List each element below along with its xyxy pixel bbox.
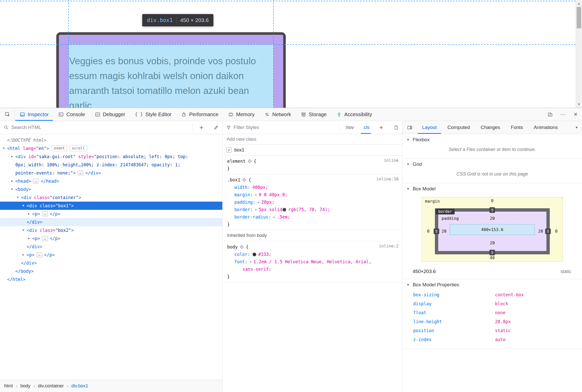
body-node[interactable]: ▼<body> xyxy=(0,185,222,193)
breadcrumb-item-container[interactable]: div.container xyxy=(38,383,64,389)
twisty-icon[interactable]: ▼ xyxy=(20,202,26,210)
container-node[interactable]: ▼<div class="container"> xyxy=(0,193,222,202)
box1-closing-tag[interactable]: </div> xyxy=(0,218,222,226)
class-checkbox[interactable]: ✓ xyxy=(226,147,232,153)
box2-node[interactable]: ▼<div class="box2"> xyxy=(0,226,222,234)
margin-bottom-value[interactable]: 40 xyxy=(422,255,563,260)
padding-top-value[interactable]: 20 xyxy=(438,216,546,221)
add-node-button[interactable]: + xyxy=(195,121,207,134)
declaration-font[interactable]: font:▶1.2em / 1.5 Helvetica Neue, Helvet… xyxy=(223,258,402,266)
margin-top-value[interactable]: 0 xyxy=(422,198,563,203)
event-badge[interactable]: event xyxy=(52,145,67,151)
twisty-icon[interactable]: ▼ xyxy=(1,144,7,153)
declaration-padding[interactable]: padding:▶20px; xyxy=(223,199,402,206)
search-html-input[interactable] xyxy=(11,125,190,130)
all-tabs-dropdown-button[interactable]: ▾ xyxy=(571,121,582,134)
tab-debugger[interactable]: Debugger xyxy=(90,108,130,121)
padding-right-value[interactable]: 20 xyxy=(535,229,546,234)
p-node[interactable]: ▶<p>…</p> xyxy=(0,234,222,243)
breadcrumb-item-box1[interactable]: div.box1 xyxy=(71,383,88,389)
margin-right-value[interactable]: 0 xyxy=(550,229,563,234)
border-top-value[interactable]: 5 xyxy=(489,207,495,213)
p-node[interactable]: ▶<p>…</p> xyxy=(0,210,222,218)
tab-animations[interactable]: Animations xyxy=(528,121,558,134)
grid-section-header[interactable]: ▼ Grid xyxy=(402,159,582,169)
expand-icon[interactable]: ▶ xyxy=(273,213,275,221)
head-node[interactable]: ▶<head>…</head> xyxy=(0,177,222,185)
box1-node-selected[interactable]: ▼<div class="box1"> xyxy=(0,202,222,210)
page-scrollbar[interactable]: ▲ ▼ xyxy=(576,0,582,108)
twisty-icon[interactable]: ▶ xyxy=(26,210,32,218)
saka-gui-root-node-wrap[interactable]: 0px; width: 100%; height…100%; z-index: … xyxy=(0,161,222,169)
tab-fonts[interactable]: Fonts xyxy=(506,121,529,134)
rule-source-link[interactable]: inline:16 xyxy=(376,177,399,181)
color-swatch[interactable] xyxy=(282,208,286,212)
scroll-badge[interactable]: scroll xyxy=(70,145,87,151)
add-new-class-input[interactable] xyxy=(227,137,398,142)
collapsed-content-ellipsis[interactable]: … xyxy=(33,179,39,184)
devtools-menu-button[interactable]: ⋯ xyxy=(556,108,569,121)
twisty-icon[interactable]: ▼ xyxy=(15,193,20,202)
twisty-icon[interactable]: ▼ xyxy=(20,226,26,234)
collapsed-content-ellipsis[interactable]: … xyxy=(42,211,48,216)
rule-header[interactable]: .box1{ xyxy=(223,176,402,184)
rule-source-link[interactable]: inline:2 xyxy=(379,244,399,248)
declaration-font-continued[interactable]: sans-serif; xyxy=(223,266,402,273)
margin-left-value[interactable]: 0 xyxy=(422,229,435,234)
twisty-icon[interactable]: ▶ xyxy=(9,177,15,185)
pick-element-button[interactable] xyxy=(0,108,15,121)
declaration-border-radius[interactable]: border-radius:▶.5em; xyxy=(223,213,402,221)
collapsed-content-ellipsis[interactable]: … xyxy=(77,170,83,176)
add-rule-button[interactable]: + xyxy=(375,121,387,134)
flexbox-section-header[interactable]: ▼ Flexbox xyxy=(402,134,582,145)
tab-computed[interactable]: Computed xyxy=(442,121,475,134)
declaration-border[interactable]: border:▶5px solidrgb(75, 70, 74); xyxy=(223,206,402,213)
selector-highlighter-icon[interactable] xyxy=(248,159,252,163)
responsive-design-mode-button[interactable] xyxy=(544,108,556,121)
expand-icon[interactable]: ▶ xyxy=(255,191,257,199)
close-devtools-button[interactable]: ✕ xyxy=(569,108,582,121)
border-left-value[interactable]: 5 xyxy=(434,228,439,234)
tab-changes[interactable]: Changes xyxy=(475,121,506,134)
collapsed-content-ellipsis[interactable]: … xyxy=(36,252,42,257)
tab-storage[interactable]: Storage xyxy=(296,108,332,121)
html-closing-tag[interactable]: </html> xyxy=(0,275,222,284)
rule-header[interactable]: body{ xyxy=(223,243,402,251)
twisty-icon[interactable]: ▶ xyxy=(26,234,32,243)
twisty-icon[interactable]: ▼ xyxy=(9,185,15,193)
doctype-node[interactable]: <!DOCTYPE html> xyxy=(0,136,222,144)
tab-performance[interactable]: Performance xyxy=(176,108,223,121)
html-node[interactable]: ▼<html lang="en">eventscroll xyxy=(0,144,222,153)
expand-icon[interactable]: ▶ xyxy=(250,258,252,266)
p-node[interactable]: ▶<p>…</p> xyxy=(0,251,222,259)
body-closing-tag[interactable]: </body> xyxy=(0,267,222,275)
scrollbar-thumb[interactable] xyxy=(577,7,581,28)
twisty-icon[interactable]: ▶ xyxy=(9,153,15,161)
padding-bottom-value[interactable]: 20 xyxy=(438,241,546,245)
content-region[interactable]: 400×153.6 xyxy=(450,224,535,235)
scroll-down-arrow-icon[interactable]: ▼ xyxy=(576,101,582,107)
saka-gui-root-node-wrap[interactable]: pointer-events: none;">…</div> xyxy=(0,169,222,177)
tab-inspector[interactable]: Inspector xyxy=(15,108,53,121)
selector-highlighter-icon[interactable] xyxy=(242,178,246,182)
tab-style-editor[interactable]: { } Style Editor xyxy=(130,108,177,121)
box-model-section-header[interactable]: ▼ Box Model xyxy=(402,183,582,194)
print-media-simulation-button[interactable] xyxy=(390,121,402,134)
tab-console[interactable]: Console xyxy=(53,108,90,121)
scroll-up-arrow-icon[interactable]: ▲ xyxy=(576,1,582,7)
tab-network[interactable]: Network xyxy=(259,108,296,121)
container-closing-tag[interactable]: </div> xyxy=(0,259,222,267)
border-right-value[interactable]: 5 xyxy=(545,228,551,234)
box2-closing-tag[interactable]: </div> xyxy=(0,243,222,251)
breadcrumb-item-html[interactable]: html xyxy=(4,383,13,389)
box-model-properties-header[interactable]: ▼ Box Model Properties xyxy=(402,279,582,290)
rule-header[interactable]: element{ xyxy=(223,158,402,165)
declaration-color[interactable]: color:#333; xyxy=(223,251,402,258)
breadcrumb-item-body[interactable]: body xyxy=(20,383,30,389)
toggle-pseudo-classes-button[interactable]: :hov xyxy=(342,121,357,134)
twisty-icon[interactable]: ▶ xyxy=(20,251,26,259)
filter-styles-input[interactable] xyxy=(234,125,337,130)
collapsed-content-ellipsis[interactable]: … xyxy=(42,236,48,241)
expand-icon[interactable]: ▶ xyxy=(258,199,260,206)
saka-gui-root-node[interactable]: ▶<div id="saka-gui-root" style="position… xyxy=(0,153,222,161)
